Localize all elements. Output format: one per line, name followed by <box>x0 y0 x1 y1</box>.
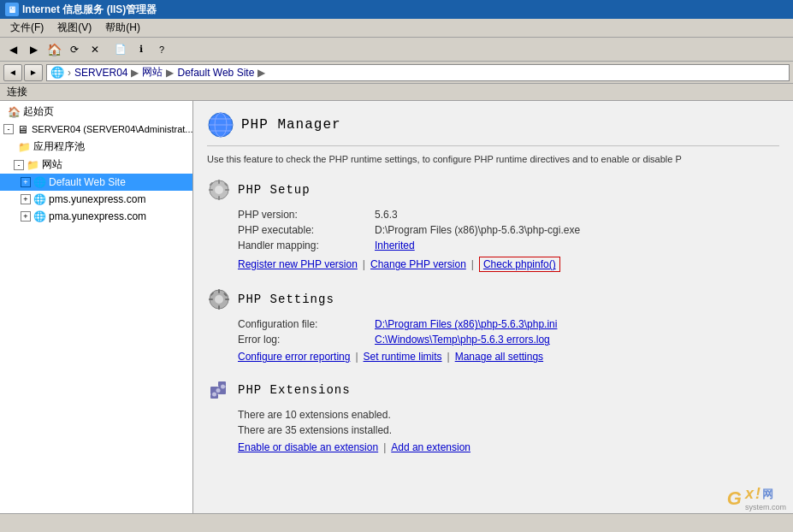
change-php-link[interactable]: Change PHP version <box>370 258 466 270</box>
sidebar-item-server04[interactable]: - 🖥 SERVER04 (SERVER04\Administrat... <box>0 121 192 138</box>
sidebar-label-text: 连接 <box>7 85 27 99</box>
sidebar-item-sites[interactable]: - 📁 网站 <box>0 156 192 174</box>
set-runtime-link[interactable]: Set runtime limits <box>364 351 442 363</box>
separator-5: | <box>383 441 386 453</box>
path-default-web-site[interactable]: Default Web Site <box>177 67 254 79</box>
apppool-icon: 📁 <box>17 140 31 154</box>
toolbar: ◀ ▶ 🏠 ⟳ ✕ 📄 ℹ ? <box>0 38 793 62</box>
sidebar-item-pma[interactable]: + 🌐 pma.yunexpress.com <box>0 208 192 225</box>
handler-mapping-label: Handler mapping: <box>238 239 375 251</box>
configure-error-link[interactable]: Configure error reporting <box>238 351 350 363</box>
sidebar: 🏠 起始页 - 🖥 SERVER04 (SERVER04\Administrat… <box>0 101 193 532</box>
php-executable-value: D:\Program Files (x86)\php-5.6.3\php-cgi… <box>375 224 580 236</box>
separator-2: | <box>471 258 474 270</box>
php-extensions-icon <box>207 378 231 402</box>
server04-toggle[interactable]: - <box>3 124 14 134</box>
error-log-label: Error log: <box>238 334 375 346</box>
php-executable-label: PHP executable: <box>238 224 375 236</box>
svg-rect-16 <box>218 305 220 310</box>
handler-mapping-link[interactable]: Inherited <box>375 239 415 251</box>
help-toolbar-button[interactable]: ? <box>152 40 171 59</box>
default-site-toggle[interactable]: + <box>21 177 31 187</box>
new-button[interactable]: 📄 <box>111 40 130 59</box>
path-separator-2: ▶ <box>131 67 139 79</box>
menu-help[interactable]: 帮助(H) <box>98 19 147 37</box>
config-file-link[interactable]: D:\Program Files (x86)\php-5.6.3\php.ini <box>375 318 557 330</box>
manage-all-link[interactable]: Manage all settings <box>455 351 543 363</box>
refresh-button[interactable]: ⟳ <box>65 40 84 59</box>
svg-point-25 <box>216 388 221 393</box>
window-title: Internet 信息服务 (IIS)管理器 <box>22 3 157 17</box>
php-executable-row: PHP executable: D:\Program Files (x86)\p… <box>207 224 779 236</box>
content-area: PHP Manager Use this feature to check th… <box>193 101 793 532</box>
watermark-g: G <box>727 488 742 510</box>
title-bar: 🖥 Internet 信息服务 (IIS)管理器 <box>0 0 793 19</box>
svg-rect-10 <box>225 189 229 191</box>
sidebar-item-start[interactable]: 🏠 起始页 <box>0 103 192 121</box>
home-icon: 🏠 <box>7 105 21 119</box>
svg-rect-8 <box>218 196 220 200</box>
pma-toggle[interactable]: + <box>21 211 31 222</box>
computer-icon: 🖥 <box>15 122 29 136</box>
svg-rect-7 <box>218 180 220 184</box>
check-phpinfo-link[interactable]: Check phpinfo() <box>483 258 556 270</box>
separator-4: | <box>447 351 450 363</box>
separator-3: | <box>355 351 358 363</box>
nav-back-button[interactable]: ◄ <box>3 64 22 81</box>
enable-disable-link[interactable]: Enable or disable an extension <box>238 441 378 453</box>
svg-point-14 <box>215 295 223 304</box>
php-extensions-title: PHP Extensions <box>238 383 351 397</box>
default-site-globe-icon: 🌐 <box>33 175 46 189</box>
svg-rect-15 <box>218 289 220 293</box>
path-separator-3: ▶ <box>166 67 174 79</box>
pma-globe-icon: 🌐 <box>33 210 46 223</box>
address-path: 🌐 › SERVER04 ▶ 网站 ▶ Default Web Site ▶ <box>46 64 790 81</box>
stop-button[interactable]: ✕ <box>86 40 104 59</box>
error-log-link[interactable]: C:\Windows\Temp\php-5.6.3 errors.log <box>375 334 550 346</box>
content-inner: PHP Manager Use this feature to check th… <box>193 101 793 479</box>
php-extensions-header: PHP Extensions <box>207 378 779 402</box>
address-bar: ◄ ► 🌐 › SERVER04 ▶ 网站 ▶ Default Web Site… <box>0 62 793 84</box>
home-button[interactable]: 🏠 <box>44 40 63 59</box>
sidebar-item-apppool[interactable]: 📁 应用程序池 <box>0 138 192 156</box>
svg-point-26 <box>221 385 225 389</box>
pms-globe-icon: 🌐 <box>33 192 46 206</box>
config-file-label: Configuration file: <box>238 318 375 330</box>
sidebar-item-server04-label: SERVER04 (SERVER04\Administrat... <box>32 124 193 134</box>
php-manager-header: PHP Manager <box>207 111 779 146</box>
add-extension-link[interactable]: Add an extension <box>391 441 470 453</box>
back-button[interactable]: ◀ <box>3 40 22 59</box>
php-extensions-actions: Enable or disable an extension | Add an … <box>207 441 779 453</box>
extensions-enabled-row: There are 10 extensions enabled. <box>207 409 779 421</box>
config-file-row: Configuration file: D:\Program Files (x8… <box>207 318 779 330</box>
register-php-link[interactable]: Register new PHP version <box>238 258 358 270</box>
path-sites[interactable]: 网站 <box>142 65 163 80</box>
svg-rect-17 <box>209 299 213 300</box>
php-settings-title: PHP Settings <box>238 293 334 306</box>
pms-toggle[interactable]: + <box>21 194 31 204</box>
nav-buttons: ◄ ► <box>3 64 43 81</box>
sidebar-item-pms-label: pms.yunexpress.com <box>49 193 145 205</box>
properties-button[interactable]: ℹ <box>132 40 151 59</box>
sidebar-item-default-site[interactable]: + 🌐 Default Web Site <box>0 174 192 191</box>
php-setup-icon <box>207 178 231 202</box>
error-log-row: Error log: C:\Windows\Temp\php-5.6.3 err… <box>207 334 779 346</box>
sites-folder-icon: 📁 <box>26 158 39 172</box>
handler-mapping-row: Handler mapping: Inherited <box>207 239 779 251</box>
extensions-installed-row: There are 35 extensions installed. <box>207 424 779 436</box>
sites-toggle[interactable]: - <box>14 160 24 170</box>
php-setup-title: PHP Setup <box>238 183 311 197</box>
nav-forward-button[interactable]: ► <box>24 64 43 81</box>
php-settings-section: PHP Settings Configuration file: D:\Prog… <box>207 287 779 363</box>
extensions-installed-text: There are 35 extensions installed. <box>238 424 392 436</box>
watermark-text: x ! 网 system.com <box>745 485 786 511</box>
path-server04[interactable]: SERVER04 <box>74 67 127 79</box>
menu-view[interactable]: 视图(V) <box>50 19 98 37</box>
menu-file[interactable]: 文件(F) <box>3 19 50 37</box>
watermark: G x ! 网 system.com <box>727 485 786 511</box>
forward-button[interactable]: ▶ <box>24 40 43 59</box>
sidebar-item-sites-label: 网站 <box>42 157 62 172</box>
sidebar-item-pms[interactable]: + 🌐 pms.yunexpress.com <box>0 191 192 208</box>
sidebar-item-apppool-label: 应用程序池 <box>33 139 85 154</box>
php-setup-actions: Register new PHP version | Change PHP ve… <box>207 257 779 272</box>
